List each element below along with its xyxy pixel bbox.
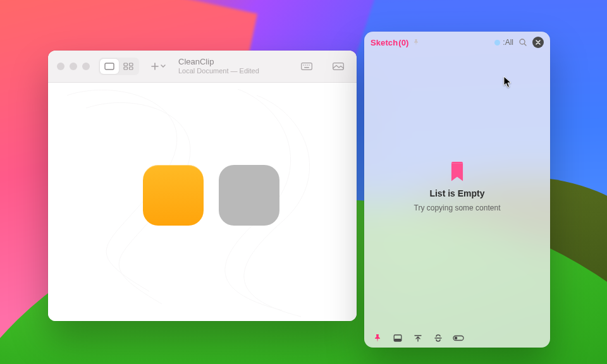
- filter-label: :All: [503, 38, 513, 47]
- svg-point-8: [307, 64, 308, 66]
- svg-point-16: [455, 337, 458, 340]
- bookmark-icon: [448, 162, 466, 183]
- svg-point-9: [309, 64, 310, 66]
- panel-body: List is Empty Try copying some content: [364, 53, 550, 329]
- orange-squircle-shape[interactable]: [143, 165, 204, 226]
- chevron-down-icon: [161, 64, 166, 69]
- keyboard-icon[interactable]: [297, 59, 316, 74]
- svg-rect-5: [302, 63, 312, 70]
- footer-image-icon[interactable]: [392, 332, 403, 344]
- panel-header[interactable]: Sketch (0) :All: [364, 32, 550, 53]
- footer-pin-icon[interactable]: [372, 332, 383, 344]
- titlebar[interactable]: CleanClip Local Document — Edited: [48, 51, 357, 83]
- gray-squircle-shape[interactable]: [219, 165, 279, 226]
- sketch-window: CleanClip Local Document — Edited: [48, 51, 357, 321]
- svg-rect-14: [394, 339, 402, 341]
- item-count-label: (0): [398, 38, 408, 47]
- traffic-lights: [57, 63, 90, 70]
- footer-top-icon[interactable]: [412, 332, 424, 344]
- filter-color-dot: [494, 40, 500, 46]
- svg-point-6: [303, 64, 304, 66]
- preview-icon[interactable]: [329, 59, 348, 74]
- view-grid-icon[interactable]: [119, 59, 138, 74]
- source-app-label: Sketch: [371, 38, 398, 47]
- pin-icon[interactable]: [412, 39, 420, 46]
- footer-strikethrough-icon[interactable]: [432, 332, 444, 344]
- view-single-icon[interactable]: [100, 59, 119, 74]
- svg-rect-4: [130, 67, 133, 70]
- empty-title: List is Empty: [429, 188, 484, 198]
- footer-toggle-icon[interactable]: [453, 332, 464, 344]
- panel-footer: [364, 329, 550, 348]
- svg-rect-1: [124, 63, 128, 66]
- cleanclip-panel: Sketch (0) :All: [364, 32, 550, 348]
- search-icon[interactable]: [517, 37, 529, 48]
- svg-rect-3: [124, 67, 128, 70]
- minimize-icon[interactable]: [70, 63, 77, 70]
- empty-subtitle: Try copying some content: [414, 203, 501, 212]
- view-mode-segment[interactable]: [99, 58, 139, 75]
- mouse-cursor: [503, 76, 512, 88]
- empty-state: List is Empty Try copying some content: [414, 162, 501, 212]
- canvas[interactable]: [48, 83, 357, 321]
- svg-rect-11: [333, 63, 344, 70]
- svg-point-7: [305, 64, 306, 66]
- document-title[interactable]: CleanClip Local Document — Edited: [178, 58, 259, 75]
- close-icon[interactable]: [57, 63, 64, 70]
- zoom-icon[interactable]: [82, 63, 90, 70]
- app-name-label: CleanClip: [178, 58, 259, 67]
- svg-rect-0: [105, 63, 114, 70]
- svg-rect-10: [304, 67, 309, 68]
- insert-button[interactable]: [148, 62, 168, 71]
- filter-all[interactable]: :All: [494, 38, 513, 47]
- svg-rect-2: [130, 63, 133, 66]
- document-subtitle: Local Document — Edited: [178, 67, 259, 75]
- panel-title[interactable]: Sketch (0): [371, 38, 408, 47]
- close-icon[interactable]: [532, 37, 544, 48]
